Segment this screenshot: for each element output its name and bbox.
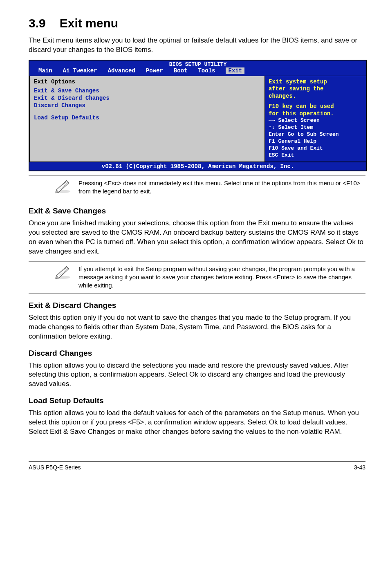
bios-tab-ai-tweaker: Ai Tweaker [63,67,97,74]
discard-body: This option allows you to discard the se… [29,361,365,389]
bios-screenshot: BIOS SETUP UTILITY Main Ai Tweaker Advan… [29,60,367,171]
bios-right-pane: Exit system setup after saving the chang… [265,76,366,162]
exit-save-heading: Exit & Save Changes [29,206,365,215]
pencil-icon [53,264,72,281]
exit-discard-heading: Exit & Discard Changes [29,301,365,310]
bios-nav-line: ESC Exit [269,152,363,159]
bios-item-exit-discard: Exit & Discard Changes [34,95,260,101]
bios-tab-advanced: Advanced [108,67,135,74]
exit-save-body: Once you are finished making your select… [29,219,365,256]
bios-tab-power: Power [146,67,163,74]
bios-help-line: after saving the [269,85,363,93]
section-number: 3.9 [29,16,46,30]
intro-paragraph: The Exit menu items allow you to load th… [29,36,365,55]
load-defaults-heading: Load Setup Defaults [29,396,365,405]
load-defaults-body: This option allows you to load the defau… [29,408,365,437]
bios-tab-main: Main [38,67,52,74]
page-footer: ASUS P5Q-E Series 3-43 [29,461,365,471]
bios-help-line: Exit system setup [269,79,363,86]
bios-item-exit-save: Exit & Save Changes [34,88,260,94]
footer-left: ASUS P5Q-E Series [29,464,81,471]
bios-item-load-defaults: Load Setup Defaults [34,114,260,121]
bios-nav-line: F10 Save and Exit [269,145,363,152]
bios-item-discard: Discard Changes [34,102,260,109]
bios-help-line: F10 key can be used [269,103,363,110]
bios-left-pane: Exit Options Exit & Save Changes Exit & … [29,76,265,162]
note-block: If you attempt to exit the Setup program… [29,261,365,294]
bios-footer: v02.61 (C)Copyright 1985-2008, American … [29,162,366,171]
bios-tab-exit: Exit [226,67,244,74]
discard-heading: Discard Changes [29,349,365,358]
bios-nav-line: ↑↓ Select Item [269,124,363,131]
bios-header: BIOS SETUP UTILITY [29,61,366,67]
note-block: Pressing <Esc> does not immediately exit… [29,175,365,200]
section-heading: 3.9Exit menu [29,16,365,30]
bios-nav-line: Enter Go to Sub Screen [269,131,363,138]
pencil-icon [53,178,72,195]
bios-help-text: Exit system setup after saving the chang… [269,79,363,118]
bios-tab-bar: Main Ai Tweaker Advanced Power Boot Tool… [29,67,366,76]
bios-tab-boot: Boot [174,67,188,74]
footer-right: 3-43 [354,464,365,471]
exit-discard-body: Select this option only if you do not wa… [29,313,365,341]
bios-nav-line: ←→ Select Screen [269,117,363,124]
bios-nav-line: F1 General Help [269,138,363,145]
bios-tab-tools: Tools [198,67,215,74]
bios-nav-help: ←→ Select Screen ↑↓ Select Item Enter Go… [269,117,363,159]
bios-help-line: for this operation. [269,110,363,118]
note-text: Pressing <Esc> does not immediately exit… [78,178,365,196]
bios-help-line: changes. [269,93,363,100]
note-text: If you attempt to exit the Setup program… [78,264,365,290]
bios-left-title: Exit Options [34,79,260,85]
section-title-text: Exit menu [60,16,118,30]
